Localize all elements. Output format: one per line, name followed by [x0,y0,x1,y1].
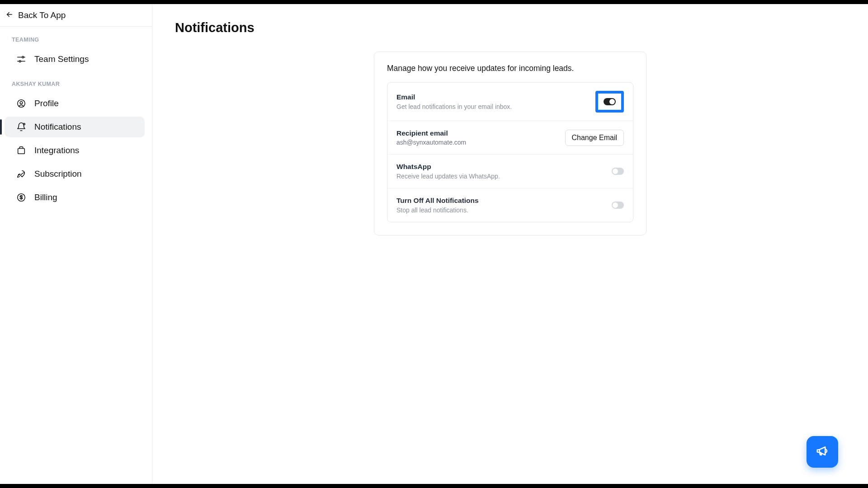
svg-rect-5 [18,148,25,154]
megaphone-icon [816,444,829,460]
email-title: Email [396,93,512,101]
email-toggle-highlight [595,91,624,113]
user-circle-icon [16,99,26,108]
section-teaming: Teaming [0,27,152,47]
sidebar: Back To App Teaming Team Settings Akshay… [0,4,152,484]
bell-icon [16,122,26,132]
row-recipient-text: Recipient email ash@synxautomate.com [396,129,466,146]
nav-label: Integrations [34,145,79,155]
letterbox-bottom [0,484,868,488]
turnoff-toggle[interactable] [612,202,624,209]
email-sub: Get lead notifications in your email inb… [396,103,512,110]
nav-label: Subscription [34,169,82,179]
row-turnoff-text: Turn Off All Notifications Stop all lead… [396,197,479,214]
row-whatsapp: WhatsApp Receive lead updates via WhatsA… [387,155,633,188]
change-email-button[interactable]: Change Email [565,130,624,146]
row-email-text: Email Get lead notifications in your ema… [396,93,512,110]
back-to-app[interactable]: Back To App [0,4,152,27]
nav-label: Notifications [34,122,81,132]
section-user: Akshay Kumar [0,71,152,92]
dollar-circle-icon [16,192,26,202]
svg-point-3 [20,101,23,104]
sidebar-item-profile[interactable]: Profile [5,93,145,114]
toggle-knob [609,99,615,104]
card-wrap: Manage how you receive updates for incom… [175,52,845,235]
sidebar-item-notifications[interactable]: Notifications [5,117,145,137]
notifications-card: Manage how you receive updates for incom… [374,52,646,235]
nav-label: Profile [34,99,59,108]
row-turnoff: Turn Off All Notifications Stop all lead… [387,188,633,222]
row-whatsapp-text: WhatsApp Receive lead updates via WhatsA… [396,163,500,180]
back-label: Back To App [18,10,66,20]
nav-label: Billing [34,192,57,202]
row-recipient: Recipient email ash@synxautomate.com Cha… [387,121,633,155]
whatsapp-toggle[interactable] [612,168,624,175]
feedback-fab[interactable] [807,436,838,468]
sliders-icon [16,54,26,64]
rocket-icon [16,169,26,179]
svg-point-4 [24,123,25,125]
main-content: Notifications Manage how you receive upd… [152,4,868,484]
whatsapp-sub: Receive lead updates via WhatsApp. [396,173,500,180]
sidebar-item-team-settings[interactable]: Team Settings [5,49,145,70]
package-icon [16,145,26,155]
letterbox-top [0,0,868,4]
toggle-knob [613,169,618,174]
turnoff-sub: Stop all lead notifications. [396,206,479,214]
arrow-left-icon [5,10,14,20]
page-title: Notifications [175,20,845,35]
whatsapp-title: WhatsApp [396,163,500,171]
nav-label: Team Settings [34,54,89,64]
sidebar-item-integrations[interactable]: Integrations [5,140,145,161]
row-email: Email Get lead notifications in your ema… [387,83,633,121]
settings-panel: Email Get lead notifications in your ema… [387,82,633,222]
recipient-value: ash@synxautomate.com [396,139,466,146]
sidebar-item-billing[interactable]: Billing [5,187,145,208]
app-shell: Back To App Teaming Team Settings Akshay… [0,4,868,484]
email-toggle[interactable] [604,98,616,105]
sidebar-item-subscription[interactable]: Subscription [5,164,145,184]
card-header: Manage how you receive updates for incom… [374,52,646,82]
turnoff-title: Turn Off All Notifications [396,197,479,205]
recipient-title: Recipient email [396,129,466,137]
toggle-knob [613,202,618,208]
svg-point-2 [18,100,25,108]
